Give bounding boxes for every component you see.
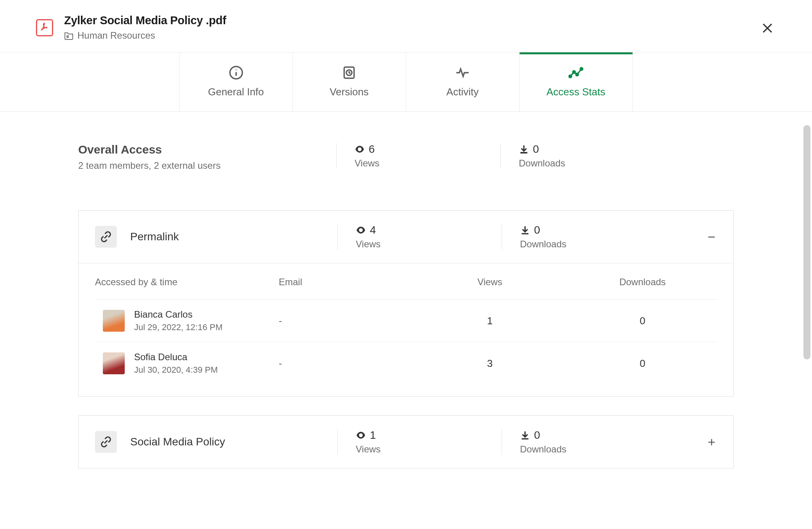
tab-label: Versions xyxy=(330,86,369,98)
views-label: Views xyxy=(356,239,502,250)
stats-icon xyxy=(568,65,584,80)
tab-versions[interactable]: Versions xyxy=(293,52,406,111)
close-button[interactable] xyxy=(761,22,774,34)
section-downloads-stat: 0 Downloads xyxy=(502,224,666,250)
col-views: Views xyxy=(412,277,568,288)
collapse-toggle[interactable]: − xyxy=(708,229,715,245)
user-name: Sofia Deluca xyxy=(134,352,218,363)
views-label: Views xyxy=(355,158,500,169)
user-email: - xyxy=(279,357,412,370)
user-name: Bianca Carlos xyxy=(134,309,222,320)
downloads-count: 0 xyxy=(534,429,540,441)
file-title: Zylker Social Media Policy .pdf xyxy=(64,14,226,27)
access-time: Jul 29, 2022, 12:16 PM xyxy=(134,322,222,332)
col-downloads: Downloads xyxy=(568,277,717,288)
row-views: 1 xyxy=(412,315,568,327)
views-count: 4 xyxy=(370,224,376,236)
svg-point-9 xyxy=(580,68,583,70)
eye-icon xyxy=(356,430,366,440)
avatar xyxy=(103,352,125,374)
downloads-count: 0 xyxy=(533,143,539,155)
tab-label: Activity xyxy=(446,86,479,98)
section-social-media-policy: Social Media Policy 1 Views 0 Downloads … xyxy=(78,415,734,468)
section-title: Permalink xyxy=(130,231,337,243)
svg-point-12 xyxy=(359,228,363,232)
row-downloads: 0 xyxy=(568,357,717,370)
download-icon xyxy=(520,225,530,235)
expand-toggle[interactable]: + xyxy=(708,434,715,450)
scrollbar[interactable] xyxy=(803,125,810,359)
breadcrumb[interactable]: Human Resources xyxy=(64,30,226,41)
svg-point-8 xyxy=(576,73,578,76)
downloads-label: Downloads xyxy=(520,239,666,250)
svg-point-0 xyxy=(67,36,68,37)
col-accessed: Accessed by & time xyxy=(95,277,279,288)
section-title: Social Media Policy xyxy=(130,436,337,448)
tab-bar: General Info Versions Activity Access St… xyxy=(0,52,812,112)
avatar xyxy=(103,310,125,332)
table-header: Accessed by & time Email Views Downloads xyxy=(95,263,717,299)
col-email: Email xyxy=(279,277,412,288)
tab-label: General Info xyxy=(208,86,264,98)
tab-general-info[interactable]: General Info xyxy=(179,52,293,111)
table-row: Bianca Carlos Jul 29, 2022, 12:16 PM - 1… xyxy=(95,299,717,342)
views-count: 6 xyxy=(369,143,375,155)
svg-rect-11 xyxy=(520,152,527,154)
svg-point-6 xyxy=(569,75,572,77)
info-icon xyxy=(228,65,244,80)
downloads-label: Downloads xyxy=(519,158,665,169)
views-label: Views xyxy=(356,444,502,455)
section-views-stat: 1 Views xyxy=(337,429,502,455)
svg-point-10 xyxy=(358,147,362,151)
svg-point-3 xyxy=(235,70,237,71)
overall-downloads-stat: 0 Downloads xyxy=(500,143,665,169)
overall-access-row: Overall Access 2 team members, 2 externa… xyxy=(78,143,734,171)
section-downloads-stat: 0 Downloads xyxy=(502,429,666,455)
access-time: Jul 30, 2020, 4:39 PM xyxy=(134,365,218,375)
row-views: 3 xyxy=(412,357,568,370)
section-permalink: Permalink 4 Views 0 Downloads − Accessed… xyxy=(78,210,734,397)
eye-icon xyxy=(355,144,365,154)
activity-icon xyxy=(455,65,470,80)
section-views-stat: 4 Views xyxy=(337,224,502,250)
views-count: 1 xyxy=(370,429,376,441)
table-row: Sofia Deluca Jul 30, 2020, 4:39 PM - 3 0 xyxy=(95,342,717,384)
tab-access-stats[interactable]: Access Stats xyxy=(520,52,633,111)
pdf-icon xyxy=(36,19,53,36)
svg-rect-13 xyxy=(522,233,528,234)
overall-views-stat: 6 Views xyxy=(336,143,500,169)
downloads-count: 0 xyxy=(534,224,540,236)
svg-point-14 xyxy=(359,433,363,437)
eye-icon xyxy=(356,225,366,235)
close-icon xyxy=(761,22,774,34)
link-icon xyxy=(95,226,117,248)
tab-label: Access Stats xyxy=(547,86,605,98)
row-downloads: 0 xyxy=(568,315,717,327)
folder-icon xyxy=(64,31,73,40)
download-icon xyxy=(520,430,530,440)
overall-subtitle: 2 team members, 2 external users xyxy=(78,160,336,171)
versions-icon xyxy=(341,65,357,80)
overall-title: Overall Access xyxy=(78,143,336,156)
downloads-label: Downloads xyxy=(520,444,666,455)
download-icon xyxy=(519,144,529,154)
svg-rect-15 xyxy=(522,438,528,440)
folder-label: Human Resources xyxy=(77,30,155,41)
svg-point-7 xyxy=(573,71,575,73)
tab-activity[interactable]: Activity xyxy=(406,52,520,111)
user-email: - xyxy=(279,315,412,327)
link-icon xyxy=(95,431,117,453)
